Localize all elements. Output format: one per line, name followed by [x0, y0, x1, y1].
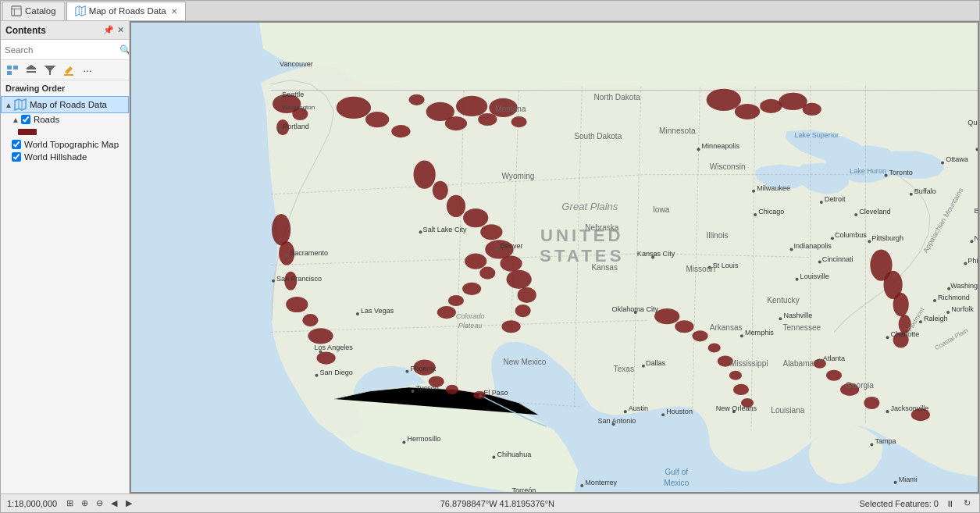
svg-text:Seattle: Seattle [282, 91, 304, 98]
svg-text:Kansas: Kansas [591, 263, 618, 272]
svg-point-114 [356, 312, 359, 315]
svg-text:Montana: Montana [495, 105, 526, 113]
pan-right-icon[interactable]: ▶ [123, 497, 135, 510]
svg-text:El Paso: El Paso [483, 389, 508, 397]
svg-point-196 [941, 161, 944, 164]
layer-item-world-hillshade[interactable]: World Hillshade [1, 151, 129, 163]
svg-text:Boston: Boston [974, 207, 979, 215]
svg-text:Pittsburgh: Pittsburgh [871, 234, 903, 242]
svg-point-154 [818, 360, 821, 363]
tab-bar: Catalog Map of Roads Data ✕ [1, 1, 979, 21]
world-hillshade-checkbox[interactable] [12, 152, 21, 162]
svg-point-108 [285, 254, 288, 257]
svg-point-174 [970, 240, 973, 243]
layer-tool-btn[interactable] [23, 62, 39, 78]
svg-point-75 [760, 99, 782, 113]
svg-text:Gulf of: Gulf of [665, 468, 688, 476]
svg-text:Tennessee: Tennessee [782, 323, 821, 332]
refresh-icon[interactable]: ↻ [960, 497, 973, 510]
layer-item-map-root[interactable]: ▲ Map of Roads Data [1, 96, 129, 113]
layer-item-roads[interactable]: ▲ Roads [1, 113, 129, 126]
zoom-fit-icon[interactable]: ⊞ [63, 497, 76, 510]
svg-point-140 [642, 365, 645, 368]
svg-text:Austin: Austin [629, 404, 648, 412]
edit-tool-btn[interactable] [61, 62, 77, 78]
tab-close-button[interactable]: ✕ [171, 7, 177, 16]
svg-point-106 [272, 280, 275, 283]
pin-icon[interactable]: 📌 [103, 25, 114, 35]
sidebar-close-icon[interactable]: ✕ [117, 25, 124, 35]
svg-text:Los Angeles: Los Angeles [314, 344, 353, 351]
svg-point-86 [826, 370, 842, 381]
drawing-order-label: Drawing Order [1, 80, 129, 94]
svg-point-73 [707, 89, 741, 111]
search-icon[interactable]: 🔍 [119, 45, 130, 55]
svg-point-190 [854, 213, 857, 216]
svg-text:Indianapolis: Indianapolis [794, 242, 832, 250]
svg-text:Iowa: Iowa [653, 205, 670, 214]
svg-point-168 [946, 311, 950, 314]
svg-text:San Francisco: San Francisco [276, 275, 322, 283]
world-topo-checkbox[interactable] [12, 140, 21, 149]
svg-point-66 [462, 283, 481, 295]
layer-world-topo-label: World Topographic Map [24, 140, 119, 149]
svg-point-146 [661, 413, 665, 416]
svg-text:Louisiana: Louisiana [771, 406, 805, 415]
svg-point-150 [740, 334, 743, 337]
svg-text:Nashville: Nashville [783, 312, 812, 319]
status-left: 1:18,000,000 ⊞ ⊕ ⊖ ◀ ▶ [7, 497, 135, 510]
status-coords: 76.8798847°W 41.8195376°N [141, 499, 853, 508]
pause-icon[interactable]: ⏸ [943, 497, 956, 510]
svg-point-45 [511, 116, 527, 127]
svg-text:Louisville: Louisville [800, 273, 829, 280]
list-tool-btn[interactable] [5, 62, 20, 78]
svg-point-52 [316, 352, 335, 365]
svg-point-71 [446, 385, 458, 394]
svg-point-93 [729, 371, 742, 380]
svg-point-156 [886, 410, 889, 413]
map-area[interactable]: UNITED STATES Great Plains Colorado Plat… [130, 21, 979, 493]
svg-point-166 [933, 299, 936, 302]
svg-text:South Dakota: South Dakota [574, 132, 622, 141]
map-icon [75, 5, 86, 16]
svg-text:Quebec: Quebec [968, 119, 979, 126]
layer-list: ▲ Map of Roads Data ▲ Roads [1, 94, 129, 493]
svg-point-104 [279, 128, 282, 131]
svg-text:Kentucky: Kentucky [767, 296, 800, 305]
svg-text:Detroit: Detroit [825, 195, 846, 203]
svg-point-202 [754, 213, 757, 216]
sidebar-title: Contents [5, 25, 46, 36]
tab-map-roads[interactable]: Map of Roads Data ✕ [66, 2, 186, 20]
svg-text:New York: New York [974, 234, 979, 242]
svg-point-162 [886, 336, 889, 339]
svg-point-56 [463, 208, 488, 227]
svg-point-120 [405, 370, 408, 373]
pan-left-icon[interactable]: ◀ [108, 497, 120, 510]
zoom-out-icon[interactable]: ⊖ [93, 497, 105, 510]
svg-point-112 [315, 374, 318, 377]
svg-text:Chicago: Chicago [758, 208, 784, 216]
svg-text:San Antonio: San Antonio [597, 417, 636, 425]
svg-point-204 [697, 148, 700, 151]
search-input[interactable] [5, 45, 119, 55]
tab-catalog[interactable]: Catalog [2, 2, 65, 20]
svg-text:Minneapolis: Minneapolis [702, 142, 740, 150]
svg-point-46 [272, 214, 290, 245]
zoom-in-icon[interactable]: ⊕ [78, 497, 91, 510]
layer-item-world-topo[interactable]: World Topographic Map [1, 138, 129, 151]
svg-point-41 [445, 116, 467, 130]
svg-text:Chihuahua: Chihuahua [497, 451, 532, 458]
more-tool-btn[interactable]: ··· [80, 62, 95, 78]
svg-text:Milwaukee: Milwaukee [757, 184, 790, 192]
svg-point-182 [789, 248, 793, 251]
svg-text:Tampa: Tampa [875, 437, 896, 445]
filter-tool-btn[interactable] [42, 62, 58, 78]
map-layer-icon [14, 98, 27, 111]
svg-point-118 [495, 248, 498, 251]
svg-point-132 [580, 484, 583, 487]
layer-roads-label: Roads [34, 115, 59, 124]
main-content: Contents 📌 ✕ 🔍 [1, 21, 979, 493]
svg-text:Monterrey: Monterrey [585, 479, 617, 486]
roads-checkbox[interactable] [21, 115, 30, 124]
svg-text:Cincinnati: Cincinnati [822, 255, 853, 263]
